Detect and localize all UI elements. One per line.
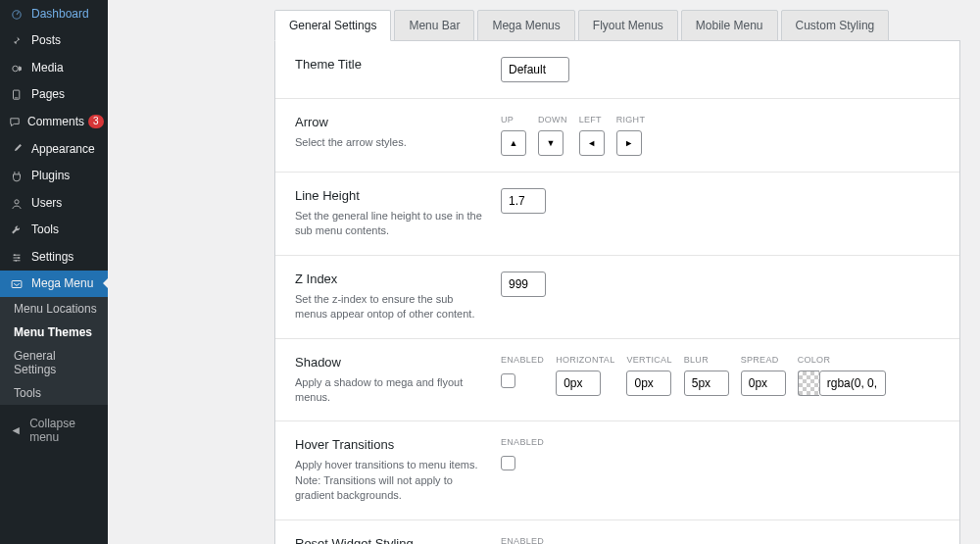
sidebar-item-plugins[interactable]: Plugins (0, 162, 108, 189)
field-title: Z Index (295, 272, 485, 286)
arrow-right-label: RIGHT (616, 115, 646, 124)
row-z-index: Z IndexSet the z-index to ensure the sub… (275, 256, 959, 339)
submenu-item-general[interactable]: General Settings (0, 344, 108, 381)
submenu-item-themes[interactable]: Menu Themes (0, 321, 108, 344)
svg-point-4 (14, 254, 16, 256)
arrow-left-label: LEFT (579, 115, 605, 124)
pin-icon (8, 33, 25, 49)
shadow-enabled-label: ENABLED (501, 355, 544, 365)
field-title: Reset Widget Styling (295, 536, 485, 544)
shadow-blur-label: BLUR (684, 355, 729, 365)
field-title: Hover Transitions (295, 437, 485, 452)
sidebar-item-pages[interactable]: Pages (0, 81, 108, 109)
settings-icon (8, 249, 25, 265)
sidebar-item-posts[interactable]: Posts (0, 27, 108, 55)
megamenu-icon (8, 276, 25, 292)
sidebar-item-label: Dashboard (31, 7, 89, 21)
sidebar-item-label: Mega Menu (31, 276, 93, 290)
hover-enabled-checkbox[interactable] (501, 456, 515, 470)
arrow-down-label: DOWN (538, 115, 567, 124)
shadow-v-input[interactable] (626, 371, 671, 396)
field-desc: Apply hover transitions to menu items. N… (295, 458, 485, 503)
svg-point-1 (13, 66, 19, 72)
sidebar-item-megamenu[interactable]: Mega Menu (0, 271, 108, 298)
row-line-height: Line HeightSet the general line height t… (275, 173, 959, 256)
arrow-down-button[interactable]: ▼ (538, 130, 564, 156)
tab-styling[interactable]: Custom Styling (781, 10, 890, 41)
sidebar-item-label: Pages (31, 87, 65, 101)
field-title: Line Height (295, 188, 485, 203)
shadow-blur-input[interactable] (684, 371, 729, 396)
content-area: General Settings Menu Bar Mega Menus Fly… (108, 0, 980, 544)
sidebar-item-settings[interactable]: Settings (0, 243, 108, 271)
tab-megamenus[interactable]: Mega Menus (477, 10, 574, 41)
row-theme-title: Theme Title (275, 41, 959, 99)
sidebar-item-media[interactable]: Media (0, 54, 108, 81)
sidebar-item-dashboard[interactable]: Dashboard (0, 0, 108, 27)
collapse-menu[interactable]: ◄Collapse menu (0, 409, 108, 452)
shadow-h-label: HORIZONTAL (556, 355, 614, 365)
line-height-input[interactable] (501, 188, 546, 214)
brush-icon (8, 141, 25, 157)
field-title: Shadow (295, 355, 485, 370)
admin-sidebar: Dashboard Posts Media Pages Comments3 Ap… (0, 0, 108, 544)
z-index-input[interactable] (501, 272, 546, 297)
collapse-label: Collapse menu (29, 417, 100, 444)
row-reset: Reset Widget StylingCaution: Reset the s… (275, 520, 959, 544)
sidebar-item-tools[interactable]: Tools (0, 217, 108, 244)
field-desc: Select the arrow styles. (295, 135, 485, 150)
row-arrow: ArrowSelect the arrow styles. UP▲ DOWN▼ … (275, 99, 959, 173)
arrow-left-button[interactable]: ◄ (579, 130, 605, 156)
reset-enabled-label: ENABLED (501, 536, 544, 544)
user-icon (8, 195, 25, 211)
comments-badge: 3 (88, 115, 104, 128)
shadow-spread-input[interactable] (741, 371, 786, 396)
svg-point-5 (18, 257, 20, 259)
shadow-v-label: VERTICAL (626, 355, 671, 365)
row-shadow: ShadowApply a shadow to mega and flyout … (275, 339, 959, 422)
dashboard-icon (8, 6, 25, 22)
theme-title-input[interactable] (501, 57, 569, 82)
svg-point-6 (15, 260, 17, 262)
sidebar-item-label: Plugins (31, 169, 70, 182)
sidebar-menu: Dashboard Posts Media Pages Comments3 Ap… (0, 0, 108, 297)
arrow-up-label: UP (501, 115, 526, 124)
sidebar-item-label: Users (31, 196, 62, 210)
sidebar-item-users[interactable]: Users (0, 189, 108, 217)
settings-tabs: General Settings Menu Bar Mega Menus Fly… (274, 10, 960, 41)
submenu-item-tools[interactable]: Tools (0, 381, 108, 405)
field-title: Arrow (295, 115, 485, 129)
shadow-enabled-checkbox[interactable] (501, 373, 515, 388)
color-swatch[interactable] (798, 371, 819, 396)
sidebar-item-appearance[interactable]: Appearance (0, 135, 108, 163)
sidebar-item-label: Media (31, 61, 64, 74)
tab-menubar[interactable]: Menu Bar (394, 10, 474, 41)
field-desc: Set the z-index to ensure the sub menus … (295, 292, 485, 322)
tab-flyout[interactable]: Flyout Menus (578, 10, 678, 41)
shadow-color-input[interactable] (819, 371, 886, 396)
field-desc: Apply a shadow to mega and flyout menus. (295, 375, 485, 406)
arrow-up-button[interactable]: ▲ (501, 130, 526, 156)
sidebar-item-comments[interactable]: Comments3 (0, 108, 108, 135)
arrow-right-button[interactable]: ► (616, 130, 642, 156)
sidebar-item-label: Settings (31, 250, 74, 264)
sidebar-item-label: Appearance (31, 142, 95, 156)
hover-enabled-label: ENABLED (501, 437, 544, 447)
sidebar-item-label: Tools (31, 223, 59, 236)
shadow-spread-label: SPREAD (741, 355, 786, 365)
tab-general[interactable]: General Settings (274, 10, 391, 41)
collapse-icon: ◄ (8, 423, 24, 437)
shadow-color-label: COLOR (798, 355, 886, 365)
tab-mobile[interactable]: Mobile Menu (681, 10, 778, 41)
sidebar-submenu: Menu Locations Menu Themes General Setti… (0, 297, 108, 405)
svg-rect-7 (12, 281, 22, 288)
wrench-icon (8, 223, 25, 238)
media-icon (8, 60, 25, 75)
svg-point-3 (15, 199, 19, 203)
sidebar-item-label: Posts (31, 33, 61, 47)
shadow-h-input[interactable] (556, 371, 601, 396)
comment-icon (8, 114, 22, 129)
settings-panel: Theme Title ArrowSelect the arrow styles… (274, 41, 960, 544)
submenu-item-locations[interactable]: Menu Locations (0, 297, 108, 321)
row-hover: Hover TransitionsApply hover transitions… (275, 421, 959, 519)
